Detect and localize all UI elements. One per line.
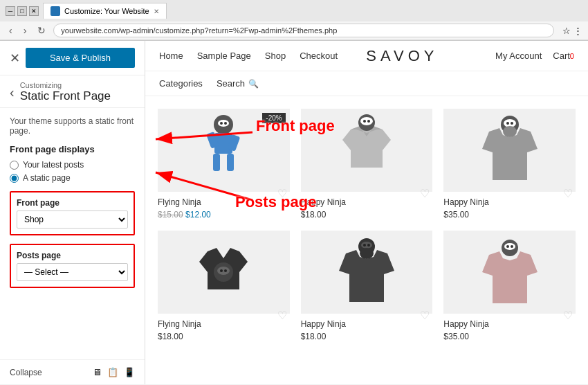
site-logo: SAVOY <box>366 47 438 65</box>
product-svg <box>479 234 541 310</box>
wishlist-icon[interactable]: ♡ <box>277 187 287 200</box>
tab-close-icon[interactable]: ✕ <box>154 8 159 15</box>
product-price: $18.00 <box>301 332 433 341</box>
product-image <box>443 231 576 314</box>
product-image: -20% <box>158 109 290 192</box>
svg-point-7 <box>218 120 229 127</box>
preview-area: Home Sample Page Shop Checkout SAVOY My … <box>145 41 588 384</box>
mobile-icon[interactable]: 📱 <box>124 367 135 377</box>
site-nav: Home Sample Page Shop Checkout SAVOY My … <box>145 41 588 71</box>
window-controls[interactable]: ─ □ ✕ <box>6 6 39 16</box>
product-price: $18.00 <box>301 210 433 220</box>
title-bar: ─ □ ✕ Customize: Your Website ✕ <box>0 0 588 21</box>
product-svg <box>192 234 255 310</box>
product-card[interactable]: Happy Ninja $18.00 ♡ <box>295 103 439 225</box>
wishlist-icon[interactable]: ♡ <box>420 309 430 322</box>
nav-shop[interactable]: Shop <box>265 51 286 61</box>
shop-header: Categories Search 🔍 <box>145 71 588 96</box>
posts-page-select[interactable]: — Select — Sample Page Home <box>17 263 128 281</box>
product-card[interactable]: Happy Ninja $35.00 ♡ <box>438 225 581 347</box>
svg-point-14 <box>360 117 373 125</box>
product-image <box>301 109 433 192</box>
wishlist-icon[interactable]: ♡ <box>563 187 573 200</box>
svg-point-30 <box>361 242 372 249</box>
preview-inner: Home Sample Page Shop Checkout SAVOY My … <box>145 41 588 384</box>
back-button[interactable]: ‹ <box>10 84 15 100</box>
desktop-icon[interactable]: 🖥 <box>93 367 102 377</box>
posts-page-label: Posts page <box>17 251 128 260</box>
menu-icon[interactable]: ⋮ <box>573 26 582 36</box>
product-card[interactable]: Happy Ninja $35.00 ♡ <box>438 103 581 225</box>
forward-button[interactable]: › <box>20 24 30 37</box>
back-button[interactable]: ‹ <box>6 24 16 37</box>
display-radio-group: Your latest posts A static page <box>10 160 135 183</box>
product-card[interactable]: Flying Ninja $18.00 ♡ <box>152 225 295 347</box>
product-image <box>158 231 290 314</box>
wishlist-icon[interactable]: ♡ <box>277 309 287 322</box>
browser-chrome: ─ □ ✕ Customize: Your Website ✕ ‹ › ↻ yo… <box>0 0 588 41</box>
radio-latest-posts[interactable]: Your latest posts <box>10 160 135 170</box>
product-svg <box>336 112 398 188</box>
tablet-icon[interactable]: 📋 <box>107 367 118 377</box>
product-svg <box>336 233 398 312</box>
collapse-button[interactable]: Collapse <box>10 368 42 377</box>
radio-static-page[interactable]: A static page <box>10 173 135 183</box>
product-card[interactable]: Happy Ninja $18.00 ♡ <box>295 225 439 347</box>
product-svg <box>479 111 541 190</box>
nav-checkout[interactable]: Checkout <box>300 51 338 61</box>
radio-static-input[interactable] <box>10 174 19 183</box>
search-bar[interactable]: Search 🔍 <box>217 78 259 89</box>
product-name: Happy Ninja <box>301 319 433 329</box>
nav-home[interactable]: Home <box>159 51 183 61</box>
svg-point-31 <box>363 244 366 247</box>
svg-rect-2 <box>213 154 220 171</box>
bookmark-icon[interactable]: ☆ <box>562 26 571 36</box>
posts-page-group: Posts page — Select — Sample Page Home <box>10 244 135 288</box>
svg-point-9 <box>224 122 227 125</box>
categories-link[interactable]: Categories <box>159 78 203 89</box>
nav-bar: ‹ › ↻ yourwebsite.com/wp-admin/customize… <box>0 21 588 40</box>
product-name: Happy Ninja <box>443 319 576 329</box>
svg-point-8 <box>220 122 223 125</box>
refresh-button[interactable]: ↻ <box>34 24 49 37</box>
radio-latest-input[interactable] <box>10 161 19 170</box>
nav-sample-page[interactable]: Sample Page <box>197 51 251 61</box>
close-btn[interactable]: ✕ <box>29 6 39 16</box>
nav-right: My Account Cart0 <box>495 51 574 61</box>
browser-nav-icons: ☆ ⋮ <box>562 26 582 36</box>
front-page-select[interactable]: Shop Sample Page Home <box>17 211 128 229</box>
product-grid: -20% <box>145 96 588 354</box>
product-name: Happy Ninja <box>301 197 433 207</box>
product-image <box>443 109 576 192</box>
wishlist-icon[interactable]: ♡ <box>420 187 430 200</box>
device-icons: 🖥 📋 📱 <box>93 367 135 377</box>
old-price: $15.00 <box>158 210 183 220</box>
browser-tab[interactable]: Customize: Your Website ✕ <box>43 3 167 19</box>
cart-count: 0 <box>570 52 574 60</box>
my-account-link[interactable]: My Account <box>495 51 542 61</box>
close-customizer-button[interactable]: ✕ <box>10 51 20 66</box>
minimize-btn[interactable]: ─ <box>6 6 15 16</box>
cart-link[interactable]: Cart0 <box>553 51 574 61</box>
product-svg <box>192 112 255 188</box>
product-image <box>301 231 433 314</box>
wishlist-icon[interactable]: ♡ <box>563 309 573 322</box>
address-bar[interactable]: yourwebsite.com/wp-admin/customize.php?r… <box>53 24 554 37</box>
page-title: Static Front Page <box>20 89 111 103</box>
product-name: Flying Ninja <box>158 319 290 329</box>
save-publish-button[interactable]: Save & Publish <box>26 48 135 68</box>
svg-point-37 <box>506 245 509 248</box>
svg-point-16 <box>367 120 370 123</box>
sidebar-top-bar: ✕ Save & Publish <box>0 41 145 75</box>
product-card[interactable]: -20% <box>152 103 295 225</box>
maximize-btn[interactable]: □ <box>17 6 27 16</box>
sidebar-header: ‹ Customizing Static Front Page <box>0 75 145 108</box>
radio-static-label: A static page <box>23 173 71 183</box>
product-price: $18.00 <box>158 332 290 341</box>
product-price: $15.00 $12.00 <box>158 210 290 220</box>
sidebar: ✕ Save & Publish ‹ Customizing Static Fr… <box>0 41 145 384</box>
svg-point-21 <box>511 122 513 125</box>
front-page-group: Front page Shop Sample Page Home <box>10 191 135 235</box>
sidebar-footer: Collapse 🖥 📋 📱 <box>0 359 145 384</box>
theme-support-text: Your theme supports a static front page. <box>10 116 135 136</box>
